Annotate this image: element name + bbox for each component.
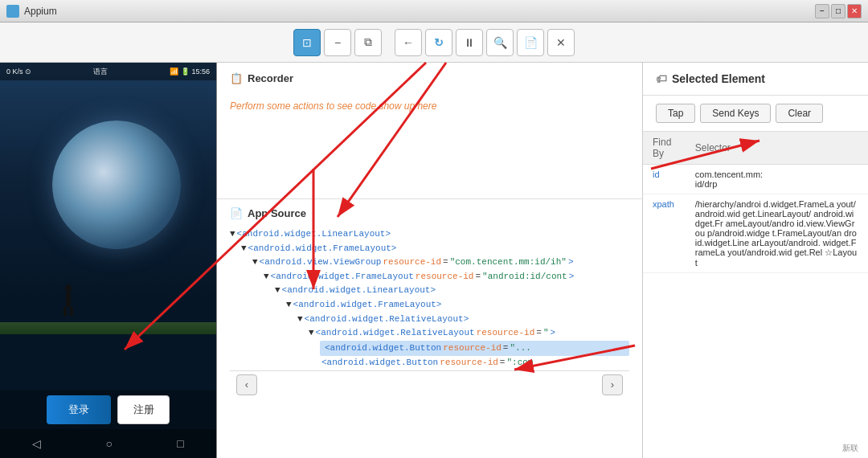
- svg-rect-1: [66, 292, 71, 307]
- recorder-title-text: Recorder: [248, 72, 293, 84]
- element-actions: Tap Send Keys Clear: [643, 96, 868, 132]
- xml-tree: ▼ <android.widget.LinearLayout> ▼ <andro…: [230, 227, 629, 370]
- selector-header: Selector: [686, 132, 868, 165]
- nav-right-button[interactable]: ›: [602, 374, 623, 395]
- xml-node-3: ▼ <android.view.ViewGroup resource-id="c…: [230, 256, 629, 270]
- minimize-button[interactable]: −: [815, 4, 829, 18]
- watermark: 新联: [839, 442, 862, 455]
- table-row-id: id com.tencent.mm:id/drp: [643, 165, 868, 194]
- file-button[interactable]: 📄: [517, 29, 544, 56]
- moon: [52, 121, 181, 249]
- find-by-xpath-label: xpath: [643, 194, 686, 273]
- phone-content: [0, 80, 216, 391]
- tag-icon: 🏷: [656, 72, 667, 85]
- register-button[interactable]: 注册: [117, 395, 170, 424]
- toolbar: ⊡ − ⧉ ← ↻ ⏸ 🔍 📄 ✕: [0, 22, 868, 63]
- nav-left-button[interactable]: ‹: [236, 374, 257, 395]
- recorder-icon: 📋: [230, 72, 243, 84]
- recorder-placeholder: Perform some actions to see code show up…: [230, 100, 629, 112]
- selector-table: Find By Selector id com.tencent.mm:id/dr…: [643, 132, 868, 458]
- phone-status-bar: 0 K/s ⊙ 语言 📶 🔋 15:56: [0, 63, 216, 80]
- nav-back-icon: ◁: [32, 437, 41, 450]
- id-selector-value: com.tencent.mm:id/drp: [686, 165, 868, 194]
- nav-home-icon: ○: [106, 437, 113, 450]
- phone-panel: 0 K/s ⊙ 语言 📶 🔋 15:56: [0, 63, 217, 458]
- clear-button[interactable]: Clear: [776, 104, 823, 123]
- selected-element-title: Selected Element: [672, 72, 765, 85]
- xml-node-4: ▼ <android.widget.FrameLayout resource-i…: [230, 270, 629, 284]
- xml-tag[interactable]: <android.view.ViewGroup: [260, 256, 382, 270]
- xml-node-1: ▼ <android.widget.LinearLayout>: [230, 227, 629, 242]
- recorder-panel: 📋 Recorder Perform some actions to see c…: [217, 63, 642, 199]
- main-content: 0 K/s ⊙ 语言 📶 🔋 15:56: [0, 63, 868, 458]
- app-source-title-text: App Source: [248, 207, 306, 219]
- refresh-button[interactable]: ↻: [425, 29, 452, 56]
- xml-tag[interactable]: <android.widget.FrameLayout>: [293, 298, 442, 313]
- phone-screen: 0 K/s ⊙ 语言 📶 🔋 15:56: [0, 63, 216, 458]
- nav-recents-icon: □: [177, 437, 183, 450]
- pause-button[interactable]: ⏸: [456, 29, 483, 56]
- phone-buttons-area: 登录 注册: [0, 391, 216, 429]
- close-button[interactable]: ✕: [847, 4, 862, 18]
- resize-tool-button[interactable]: ⧉: [354, 29, 382, 56]
- app-icon: [6, 5, 19, 18]
- xml-tag[interactable]: <android.widget.LinearLayout>: [237, 227, 391, 242]
- minimize-tool-button[interactable]: −: [324, 29, 351, 56]
- maximize-button[interactable]: □: [831, 4, 845, 18]
- xml-tag[interactable]: <android.widget.Button: [321, 356, 438, 370]
- source-nav: ‹ ›: [230, 370, 629, 399]
- silhouette: [60, 284, 76, 318]
- find-by-id-label: id: [643, 165, 686, 194]
- xml-node-8: ▼ <android.widget.RelativeLayout resourc…: [230, 326, 629, 341]
- select-tool-button[interactable]: ⊡: [293, 29, 321, 56]
- xml-tag[interactable]: <android.widget.LinearLayout>: [282, 284, 436, 298]
- selected-xml-tag[interactable]: <android.widget.Button: [325, 341, 441, 356]
- xml-node-2: ▼ <android.widget.FrameLayout>: [230, 242, 629, 256]
- find-by-header: Find By: [643, 132, 686, 165]
- selected-element-header: 🏷 Selected Element: [643, 63, 868, 96]
- app-source-panel: 📄 App Source ▼ <android.widget.LinearLay…: [217, 199, 642, 458]
- xml-tag[interactable]: <android.widget.FrameLayout>: [248, 242, 397, 256]
- xml-tag[interactable]: <android.widget.RelativeLayout>: [305, 313, 469, 327]
- app-source-icon: 📄: [230, 207, 243, 219]
- svg-rect-2: [63, 307, 67, 316]
- phone-nav: ◁ ○ □: [0, 429, 216, 458]
- table-row-xpath: xpath /hierarchy/androi d.widget.FrameLa…: [643, 194, 868, 273]
- svg-point-0: [65, 284, 72, 292]
- xpath-selector-value: /hierarchy/androi d.widget.FrameLa yout/…: [686, 194, 868, 273]
- window-controls: − □ ✕: [815, 4, 862, 18]
- search-button[interactable]: 🔍: [486, 29, 514, 56]
- tap-button[interactable]: Tap: [656, 104, 695, 123]
- recorder-title: 📋 Recorder: [230, 72, 629, 84]
- login-button[interactable]: 登录: [47, 395, 111, 424]
- status-left: 0 K/s ⊙: [6, 67, 31, 76]
- svg-rect-3: [70, 307, 73, 316]
- right-panel: 🏷 Selected Element Tap Send Keys Clear F…: [643, 63, 868, 458]
- xml-tag[interactable]: <android.widget.RelativeLayout: [316, 326, 475, 341]
- title-bar: Appium − □ ✕: [0, 0, 868, 22]
- middle-panel: 📋 Recorder Perform some actions to see c…: [217, 63, 643, 458]
- moon-visual: [36, 104, 181, 249]
- back-button[interactable]: ←: [395, 29, 422, 56]
- xml-node-6: ▼ <android.widget.FrameLayout>: [230, 298, 629, 313]
- status-right: 📶 🔋 15:56: [170, 67, 210, 76]
- xml-node-7: ▼ <android.widget.RelativeLayout>: [230, 313, 629, 327]
- send-keys-button[interactable]: Send Keys: [700, 104, 771, 123]
- status-label: 语言: [93, 67, 108, 77]
- xml-node-9: <android.widget.Button resource-id=":com: [230, 356, 629, 370]
- app-source-title: 📄 App Source: [230, 207, 629, 219]
- app-title: Appium: [24, 6, 57, 17]
- xml-node-5: ▼ <android.widget.LinearLayout>: [230, 284, 629, 298]
- xml-node-selected[interactable]: <android.widget.Button resource-id="...: [320, 341, 629, 357]
- ground: [0, 322, 216, 334]
- xml-tag[interactable]: <android.widget.FrameLayout: [271, 270, 414, 284]
- toolbar-close-button[interactable]: ✕: [547, 29, 575, 56]
